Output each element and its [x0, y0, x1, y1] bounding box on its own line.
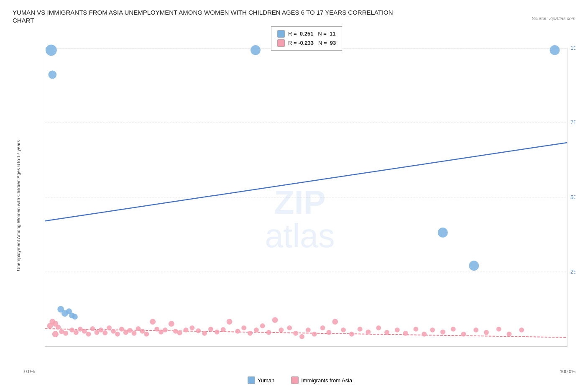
x-axis-label-left: 0.0% [24, 369, 35, 374]
pink-dot [440, 329, 445, 334]
pink-dot [140, 328, 145, 333]
pink-dot [150, 319, 156, 325]
pink-dot [451, 326, 456, 331]
pink-dot [473, 327, 478, 332]
pink-dot [63, 330, 68, 335]
pink-dot [320, 325, 325, 330]
blue-dot [251, 45, 261, 55]
pink-dot [376, 325, 381, 330]
pink-dot [279, 327, 284, 332]
watermark2: atlas [265, 217, 335, 254]
pink-dot [366, 329, 371, 334]
pink-dot [208, 326, 213, 331]
pink-dot [254, 327, 259, 332]
bottom-legend-yuman-label: Yuman [258, 377, 274, 384]
bottom-legend-asia: Immigrants from Asia [291, 376, 352, 384]
scatter-chart: 100.0% 75.0% 50.0% 25.0% ZIP atlas [24, 26, 575, 369]
bottom-legend-yuman: Yuman [248, 376, 274, 384]
pink-dot [235, 328, 240, 333]
pink-dot [132, 330, 137, 335]
main-title: YUMAN VS IMMIGRANTS FROM ASIA UNEMPLOYME… [13, 8, 575, 17]
pink-dot [260, 323, 265, 328]
pink-dot [52, 331, 58, 337]
pink-dot [102, 330, 107, 335]
pink-dot [189, 325, 194, 330]
bottom-legend-asia-label: Immigrants from Asia [301, 377, 352, 384]
bottom-swatch-yuman [248, 376, 255, 384]
pink-dot [341, 327, 346, 332]
pink-dot [227, 319, 233, 325]
pink-dot [74, 330, 79, 335]
pink-dot [326, 330, 331, 335]
pink-dot [177, 330, 182, 335]
blue-dot [46, 45, 57, 56]
subtitle: CHART [13, 17, 34, 24]
pink-dot [115, 331, 120, 336]
pink-dot [414, 326, 419, 331]
pink-dot [287, 325, 292, 330]
legend-box: R = 0.251 N = 11 R = -0.233 N = 93 [271, 26, 342, 51]
pink-dot [484, 330, 489, 335]
pink-dot [332, 319, 338, 325]
blue-dot [48, 70, 56, 79]
pink-dot [86, 331, 91, 336]
pink-dot [69, 327, 74, 332]
page-container: YUMAN VS IMMIGRANTS FROM ASIA UNEMPLOYME… [0, 0, 588, 389]
legend-yuman-text: R = 0.251 N = 11 [288, 31, 336, 37]
pink-dot [395, 327, 400, 332]
blue-dot [438, 228, 448, 238]
pink-dot [299, 334, 304, 339]
x-axis-label-right: 100.0% [560, 369, 575, 374]
blue-dot [469, 261, 479, 271]
pink-dot [461, 331, 466, 336]
pink-dot [169, 321, 174, 327]
pink-dot [154, 326, 159, 331]
pink-dot [111, 328, 116, 333]
pink-dot [272, 317, 278, 323]
pink-dot [215, 329, 220, 334]
bottom-legend: Yuman Immigrants from Asia [24, 374, 575, 385]
pink-dot [119, 326, 124, 331]
pink-dot [248, 330, 253, 335]
blue-dot [550, 45, 560, 55]
pink-dot [184, 327, 189, 332]
pink-dot [107, 325, 112, 330]
pink-dot [98, 327, 103, 332]
pink-dot [358, 326, 363, 331]
pink-dot [90, 326, 95, 331]
chart-inner: R = 0.251 N = 11 R = -0.233 N = 93 [24, 26, 575, 385]
bottom-swatch-asia [291, 376, 299, 384]
pink-dot [196, 328, 201, 333]
pink-dot [496, 326, 501, 331]
watermark: ZIP [274, 184, 325, 221]
pink-dot [241, 325, 246, 330]
pink-dot [312, 331, 317, 336]
pink-dot [422, 331, 427, 336]
pink-dot [82, 328, 87, 333]
pink-dot [384, 330, 389, 335]
y-tick-75: 75.0% [570, 119, 575, 125]
y-tick-25: 25.0% [570, 269, 575, 275]
pink-dot [293, 330, 298, 335]
y-axis-label-container: Unemployment Among Women with Children A… [13, 26, 24, 385]
chart-wrapper: Unemployment Among Women with Children A… [13, 26, 575, 385]
pink-dot [403, 330, 408, 335]
pink-dot [144, 331, 149, 336]
source-label: Source: ZipAtlas.com [532, 16, 575, 21]
pink-dot [266, 330, 271, 335]
legend-row-asia: R = -0.233 N = 93 [277, 39, 336, 47]
x-axis-labels: 0.0% 100.0% [24, 368, 575, 374]
y-axis-label: Unemployment Among Women with Children A… [16, 140, 21, 271]
pink-dot [136, 326, 141, 331]
pink-dot [128, 328, 133, 333]
pink-dot [202, 330, 207, 335]
pink-dot [306, 327, 311, 332]
legend-swatch-asia [277, 39, 285, 47]
y-tick-100: 100.0% [570, 44, 575, 51]
legend-row-yuman: R = 0.251 N = 11 [277, 30, 336, 38]
pink-dot [519, 327, 524, 332]
pink-dot [163, 327, 168, 332]
title-area: YUMAN VS IMMIGRANTS FROM ASIA UNEMPLOYME… [13, 8, 575, 24]
pink-dot [56, 324, 61, 329]
pink-dot [221, 327, 226, 332]
